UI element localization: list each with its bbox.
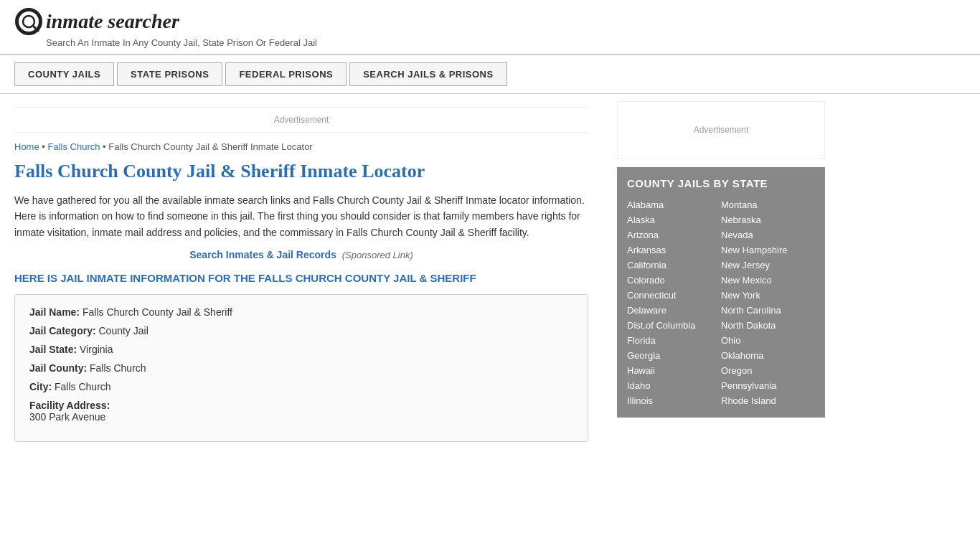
- state-link[interactable]: Nebraska: [721, 213, 815, 227]
- sidebar: Advertisement COUNTY JAILS BY STATE Alab…: [603, 94, 825, 456]
- state-link[interactable]: Arizona: [627, 228, 721, 242]
- state-link[interactable]: New Jersey: [721, 258, 815, 272]
- state-link[interactable]: Hawaii: [627, 364, 721, 377]
- logo-area: inmate searcher: [14, 7, 966, 36]
- sidebar-ad: Advertisement: [617, 101, 825, 159]
- jail-state-value: Virginia: [80, 344, 113, 355]
- state-columns: AlabamaAlaskaArizonaArkansasCaliforniaCo…: [627, 198, 815, 408]
- state-link[interactable]: Arkansas: [627, 243, 721, 257]
- jail-name-label: Jail Name:: [29, 306, 80, 318]
- main-layout: Advertisement Home • Falls Church • Fall…: [0, 94, 980, 456]
- state-link[interactable]: Montana: [721, 198, 815, 212]
- state-link[interactable]: Colorado: [627, 273, 721, 287]
- state-link[interactable]: Nevada: [721, 228, 815, 242]
- nav-state-prisons[interactable]: STATE PRISONS: [117, 62, 222, 86]
- state-link[interactable]: Idaho: [627, 379, 721, 392]
- state-link[interactable]: Connecticut: [627, 288, 721, 302]
- nav-county-jails[interactable]: COUNTY JAILS: [14, 62, 114, 86]
- jail-state-row: Jail State: Virginia: [29, 344, 573, 355]
- sponsored-link-area: Search Inmates & Jail Records (Sponsored…: [14, 249, 588, 260]
- state-link[interactable]: Alaska: [627, 213, 721, 227]
- intro-text: We have gathered for you all the availab…: [14, 192, 588, 240]
- info-box: Jail Name: Falls Church County Jail & Sh…: [14, 294, 588, 442]
- state-box: COUNTY JAILS BY STATE AlabamaAlaskaArizo…: [617, 167, 825, 418]
- state-link[interactable]: Pennsylvania: [721, 379, 815, 392]
- breadcrumb-home[interactable]: Home: [14, 141, 39, 152]
- state-link[interactable]: Florida: [627, 334, 721, 347]
- state-col-left: AlabamaAlaskaArizonaArkansasCaliforniaCo…: [627, 198, 721, 408]
- state-link[interactable]: Oklahoma: [721, 349, 815, 362]
- jail-name-row: Jail Name: Falls Church County Jail & Sh…: [29, 306, 573, 318]
- state-link[interactable]: North Carolina: [721, 303, 815, 317]
- nav-bar: COUNTY JAILS STATE PRISONS FEDERAL PRISO…: [0, 55, 980, 94]
- sponsored-note: (Sponsored Link): [342, 250, 413, 260]
- jail-category-row: Jail Category: County Jail: [29, 325, 573, 336]
- state-box-title: COUNTY JAILS BY STATE: [627, 177, 815, 189]
- jail-county-row: Jail County: Falls Church: [29, 362, 573, 374]
- logo-icon: [14, 7, 43, 36]
- state-link[interactable]: New Mexico: [721, 273, 815, 287]
- page-title: Falls Church County Jail & Sheriff Inmat…: [14, 161, 588, 182]
- nav-federal-prisons[interactable]: FEDERAL PRISONS: [225, 62, 347, 86]
- section-heading: HERE IS JAIL INMATE INFORMATION FOR THE …: [14, 272, 588, 284]
- tagline: Search An Inmate In Any County Jail, Sta…: [46, 37, 966, 48]
- state-link[interactable]: Alabama: [627, 198, 721, 212]
- top-ad: Advertisement: [14, 107, 588, 133]
- address-value: 300 Park Avenue: [29, 411, 573, 423]
- state-link[interactable]: Ohio: [721, 334, 815, 347]
- breadcrumb-city[interactable]: Falls Church: [47, 141, 100, 152]
- jail-name-value: Falls Church County Jail & Sheriff: [83, 306, 232, 318]
- state-col-right: MontanaNebraskaNevadaNew HampshireNew Je…: [721, 198, 815, 408]
- content-area: Advertisement Home • Falls Church • Fall…: [14, 94, 603, 456]
- state-link[interactable]: Rhode Island: [721, 394, 815, 408]
- city-label: City:: [29, 381, 52, 392]
- state-link[interactable]: New York: [721, 288, 815, 302]
- state-link[interactable]: Georgia: [627, 349, 721, 362]
- jail-state-label: Jail State:: [29, 344, 77, 355]
- jail-county-label: Jail County:: [29, 362, 87, 374]
- state-link[interactable]: North Dakota: [721, 319, 815, 332]
- city-row: City: Falls Church: [29, 381, 573, 392]
- state-link[interactable]: Delaware: [627, 303, 721, 317]
- breadcrumb-current: Falls Church County Jail & Sheriff Inmat…: [108, 141, 312, 152]
- city-value: Falls Church: [55, 381, 111, 392]
- state-link[interactable]: Oregon: [721, 364, 815, 377]
- address-row: Facility Address: 300 Park Avenue: [29, 400, 573, 423]
- address-label: Facility Address:: [29, 400, 110, 411]
- state-link[interactable]: Dist.of Columbia: [627, 319, 721, 332]
- nav-search-jails[interactable]: SEARCH JAILS & PRISONS: [349, 62, 507, 86]
- state-link[interactable]: California: [627, 258, 721, 272]
- jail-category-label: Jail Category:: [29, 325, 96, 336]
- logo-text: inmate searcher: [46, 10, 179, 33]
- sponsored-link[interactable]: Search Inmates & Jail Records: [189, 249, 336, 260]
- state-link[interactable]: New Hampshire: [721, 243, 815, 257]
- jail-category-value: County Jail: [98, 325, 148, 336]
- breadcrumb: Home • Falls Church • Falls Church Count…: [14, 141, 588, 152]
- state-link[interactable]: Illinois: [627, 394, 721, 408]
- site-header: inmate searcher Search An Inmate In Any …: [0, 0, 980, 55]
- jail-county-value: Falls Church: [90, 362, 146, 374]
